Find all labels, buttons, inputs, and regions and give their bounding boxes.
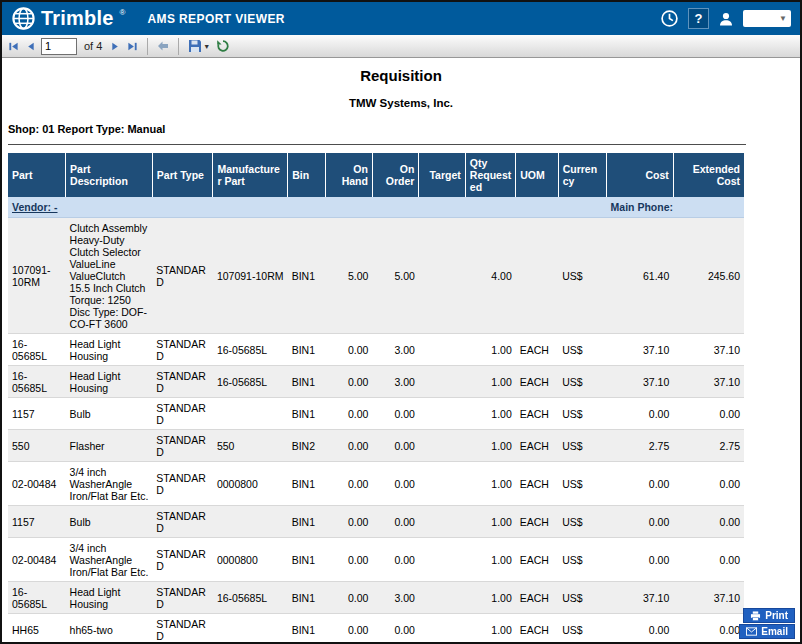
table-cell	[419, 506, 465, 538]
session-clock-icon[interactable]	[660, 9, 679, 28]
column-header: Qty Requested	[465, 153, 515, 197]
column-header: Target	[419, 153, 465, 197]
table-row: HH65hh65-twoSTANDARDBIN10.000.001.00EACH…	[8, 614, 744, 643]
table-cell: BIN1	[288, 538, 326, 582]
table-cell: 0.00	[673, 614, 744, 643]
print-label: Print	[765, 610, 788, 621]
table-cell: 0.00	[673, 398, 744, 430]
header-divider	[8, 144, 746, 145]
column-header: Manufacturer Part	[213, 153, 288, 197]
table-cell: BIN2	[288, 430, 326, 462]
print-button[interactable]: Print	[743, 608, 795, 623]
column-header: Currency	[558, 153, 606, 197]
table-cell: 550	[8, 430, 66, 462]
table-cell: US$	[558, 582, 606, 614]
export-dropdown-caret-icon: ▼	[203, 43, 210, 50]
topbar: Trimble® AMS REPORT VIEWER ? ▼	[2, 2, 800, 35]
report-type-label: Report Type:	[57, 123, 124, 135]
toolbar-separator	[178, 38, 179, 55]
prev-page-button[interactable]	[24, 40, 37, 53]
report-viewer-window: Trimble® AMS REPORT VIEWER ? ▼ of 4	[0, 0, 802, 644]
help-button[interactable]: ?	[688, 8, 709, 29]
table-cell: 0.00	[673, 538, 744, 582]
page-number-input[interactable]	[41, 38, 77, 55]
table-cell: Head Light Housing	[66, 334, 153, 366]
main-phone-label: Main Phone:	[607, 197, 744, 218]
table-cell: 0.00	[372, 462, 418, 506]
envelope-icon	[746, 627, 757, 636]
table-row: 16-05685LHead Light HousingSTANDARD16-05…	[8, 366, 744, 398]
table-cell: 1.00	[465, 462, 515, 506]
report-table: PartPart DescriptionPart TypeManufacture…	[8, 153, 744, 642]
trimble-logo: Trimble®	[11, 6, 125, 31]
vendor-link[interactable]: Vendor: -	[12, 201, 58, 213]
table-cell: EACH	[516, 366, 558, 398]
table-cell: Bulb	[66, 506, 153, 538]
table-cell: STANDARD	[152, 218, 213, 334]
table-cell: 1.00	[465, 538, 515, 582]
table-cell	[516, 218, 558, 334]
table-cell: 0.00	[326, 582, 372, 614]
table-cell: 3.00	[372, 366, 418, 398]
table-cell: 3/4 inch WasherAngle Iron/Flat Bar Etc.	[66, 538, 153, 582]
column-header: On Order	[372, 153, 418, 197]
refresh-button[interactable]	[215, 38, 231, 54]
table-cell: 0.00	[326, 506, 372, 538]
export-button[interactable]: ▼	[187, 38, 211, 54]
last-page-button[interactable]	[126, 40, 139, 53]
table-cell	[419, 538, 465, 582]
brand-name: Trimble	[41, 7, 114, 30]
table-cell: Flasher	[66, 430, 153, 462]
table-header-row: PartPart DescriptionPart TypeManufacture…	[8, 153, 744, 197]
first-page-button[interactable]	[7, 40, 20, 53]
table-cell: US$	[558, 462, 606, 506]
table-cell: 61.40	[607, 218, 674, 334]
table-cell: 1.00	[465, 398, 515, 430]
table-cell: 3.00	[372, 334, 418, 366]
table-cell: BIN1	[288, 366, 326, 398]
table-cell: 2.75	[607, 430, 674, 462]
table-cell: EACH	[516, 538, 558, 582]
table-cell: 02-00484	[8, 538, 66, 582]
table-cell: 0000800	[213, 462, 288, 506]
table-cell: 0.00	[372, 614, 418, 643]
table-cell: 16-05685L	[213, 334, 288, 366]
table-cell: 1.00	[465, 582, 515, 614]
table-cell: US$	[558, 366, 606, 398]
table-cell: 0.00	[607, 398, 674, 430]
table-cell: 0.00	[326, 334, 372, 366]
back-to-parent-button[interactable]	[156, 39, 170, 53]
toolbar-separator	[147, 38, 148, 55]
column-header: Part Description	[66, 153, 153, 197]
user-icon[interactable]	[718, 11, 734, 27]
table-cell: EACH	[516, 334, 558, 366]
table-cell: 0.00	[326, 614, 372, 643]
table-row: 550FlasherSTANDARD550BIN20.000.001.00EAC…	[8, 430, 744, 462]
table-cell	[419, 398, 465, 430]
email-button[interactable]: Email	[739, 624, 795, 639]
vendor-row: Vendor: -Main Phone:	[8, 197, 744, 218]
table-cell: 107091-10RM	[8, 218, 66, 334]
column-header: Bin	[288, 153, 326, 197]
table-cell: STANDARD	[152, 430, 213, 462]
table-cell: 02-00484	[8, 462, 66, 506]
next-page-button[interactable]	[109, 40, 122, 53]
table-cell: STANDARD	[152, 334, 213, 366]
table-cell: 16-05685L	[8, 366, 66, 398]
table-cell: 37.10	[607, 334, 674, 366]
table-cell: 0.00	[607, 506, 674, 538]
table-body: Vendor: -Main Phone:107091-10RMClutch As…	[8, 197, 744, 642]
report-content[interactable]: Requisition TMW Systems, Inc. Shop:01Rep…	[2, 58, 800, 642]
table-cell: 0.00	[372, 506, 418, 538]
table-cell: 2.75	[673, 430, 744, 462]
table-cell: EACH	[516, 506, 558, 538]
table-cell: 37.10	[673, 334, 744, 366]
user-menu-dropdown[interactable]: ▼	[743, 10, 791, 27]
table-cell: 0.00	[326, 430, 372, 462]
table-cell: EACH	[516, 430, 558, 462]
table-cell: EACH	[516, 614, 558, 643]
table-cell	[419, 366, 465, 398]
table-cell: 5.00	[326, 218, 372, 334]
table-cell: 16-05685L	[8, 582, 66, 614]
table-cell: 0.00	[607, 614, 674, 643]
